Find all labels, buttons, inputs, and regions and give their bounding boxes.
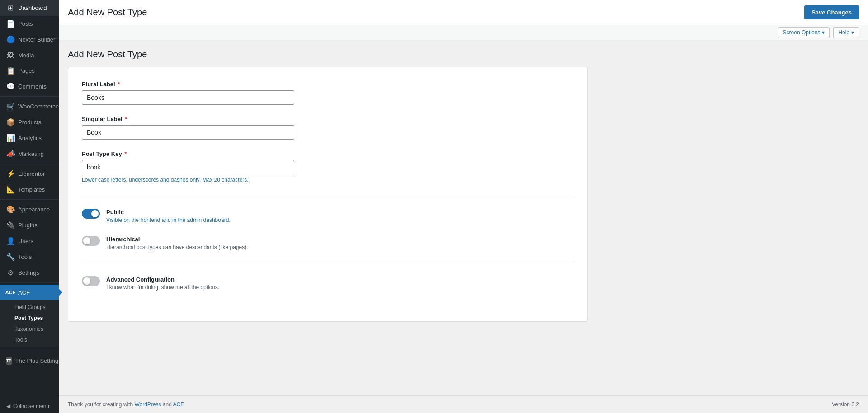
wordpress-link[interactable]: WordPress bbox=[134, 401, 161, 408]
advanced-toggle-label: Advanced Configuration bbox=[106, 276, 574, 283]
footer-text: Thank you for creating with WordPress an… bbox=[68, 401, 185, 408]
sidebar-item-label: WooCommerce bbox=[18, 103, 59, 110]
acf-submenu-tools[interactable]: Tools bbox=[0, 334, 59, 345]
hierarchical-track bbox=[82, 236, 100, 246]
sidebar-item-templates[interactable]: 📐 Templates bbox=[0, 182, 59, 197]
sidebar-item-label: ACF bbox=[18, 289, 30, 296]
sidebar-item-users[interactable]: 👤 Users bbox=[0, 233, 59, 249]
sidebar-item-label: Settings bbox=[18, 269, 39, 276]
public-toggle[interactable] bbox=[82, 209, 100, 219]
hierarchical-toggle[interactable] bbox=[82, 236, 100, 246]
sidebar-item-plus-settings[interactable]: TP The Plus Settings bbox=[0, 353, 59, 368]
public-toggle-info: Public Visible on the frontend and in th… bbox=[106, 209, 574, 223]
topbar: Add New Post Type Save Changes bbox=[59, 0, 868, 25]
sidebar-item-label: Posts bbox=[18, 20, 33, 27]
post-type-key-label: Post Type Key * bbox=[82, 150, 574, 157]
help-button[interactable]: Help ▾ bbox=[833, 27, 859, 38]
singular-label-label: Singular Label * bbox=[82, 116, 574, 122]
tools-icon: 🔧 bbox=[6, 253, 14, 261]
post-type-key-group: Post Type Key * Lower case letters, unde… bbox=[82, 150, 574, 183]
advanced-thumb bbox=[83, 277, 90, 285]
singular-label-required: * bbox=[125, 116, 127, 122]
sidebar-item-settings[interactable]: ⚙ Settings bbox=[0, 265, 59, 281]
collapse-icon: ◀ bbox=[6, 403, 10, 409]
sidebar-divider-3 bbox=[0, 199, 59, 200]
advanced-toggle-row: Advanced Configuration I know what I'm d… bbox=[82, 276, 574, 291]
sidebar-divider-2 bbox=[0, 164, 59, 164]
sidebar-divider-4 bbox=[0, 282, 59, 283]
post-type-key-input[interactable] bbox=[82, 160, 294, 174]
sidebar-item-label: Products bbox=[18, 119, 41, 126]
sidebar-item-label: Users bbox=[18, 238, 33, 244]
advanced-toggle[interactable] bbox=[82, 276, 100, 286]
save-changes-button[interactable]: Save Changes bbox=[804, 5, 859, 19]
content-heading: Add New Post Type bbox=[68, 49, 859, 60]
media-icon: 🖼 bbox=[6, 51, 14, 59]
sidebar-item-marketing[interactable]: 📣 Marketing bbox=[0, 146, 59, 162]
post-type-key-required: * bbox=[124, 150, 127, 157]
plural-label-input[interactable] bbox=[82, 90, 294, 105]
help-label: Help bbox=[838, 29, 849, 36]
sidebar-item-products[interactable]: 📦 Products bbox=[0, 114, 59, 130]
sidebar-divider-1 bbox=[0, 96, 59, 97]
form-divider-1 bbox=[82, 196, 574, 196]
sidebar-item-posts[interactable]: 📄 Posts bbox=[0, 16, 59, 32]
sidebar-item-tools[interactable]: 🔧 Tools bbox=[0, 249, 59, 265]
sidebar-item-acf[interactable]: ACF ACF bbox=[0, 285, 59, 300]
sidebar: ⊞ Dashboard 📄 Posts 🔵 Nexter Builder 🖼 M… bbox=[0, 0, 59, 413]
settings-icon: ⚙ bbox=[6, 268, 14, 277]
footer-and: and bbox=[161, 401, 173, 408]
acf-icon: ACF bbox=[6, 288, 14, 296]
acf-link[interactable]: ACF bbox=[173, 401, 184, 408]
acf-submenu-taxonomies[interactable]: Taxonomies bbox=[0, 324, 59, 334]
screen-options-bar: Screen Options ▾ Help ▾ bbox=[59, 25, 868, 40]
sidebar-item-comments[interactable]: 💬 Comments bbox=[0, 79, 59, 94]
sidebar-item-dashboard[interactable]: ⊞ Dashboard bbox=[0, 0, 59, 16]
post-type-key-hint: Lower case letters, underscores and dash… bbox=[82, 177, 574, 183]
sidebar-item-label: Appearance bbox=[18, 206, 50, 213]
singular-label-input[interactable] bbox=[82, 125, 294, 140]
sidebar-item-analytics[interactable]: 📊 Analytics bbox=[0, 130, 59, 146]
sidebar-item-nexter-builder[interactable]: 🔵 Nexter Builder bbox=[0, 32, 59, 47]
sidebar-item-label: Comments bbox=[18, 83, 47, 90]
screen-options-chevron-icon: ▾ bbox=[822, 29, 825, 36]
sidebar-item-label: Analytics bbox=[18, 135, 42, 141]
analytics-icon: 📊 bbox=[6, 134, 14, 142]
sidebar-item-appearance[interactable]: 🎨 Appearance bbox=[0, 202, 59, 217]
sidebar-item-label: Pages bbox=[18, 67, 35, 74]
screen-options-button[interactable]: Screen Options ▾ bbox=[778, 27, 830, 38]
sidebar-divider-5 bbox=[0, 349, 59, 349]
sidebar-item-pages[interactable]: 📋 Pages bbox=[0, 63, 59, 79]
hierarchical-toggle-row: Hierarchical Hierarchical post types can… bbox=[82, 236, 574, 250]
users-icon: 👤 bbox=[6, 237, 14, 245]
sidebar-item-label: Nexter Builder bbox=[18, 36, 55, 43]
main-content: Add New Post Type Save Changes Screen Op… bbox=[59, 0, 868, 413]
pages-icon: 📋 bbox=[6, 66, 14, 75]
hierarchical-toggle-label: Hierarchical bbox=[106, 236, 574, 243]
page-title: Add New Post Type bbox=[68, 7, 147, 18]
footer-period: . bbox=[183, 401, 184, 408]
sidebar-item-woocommerce[interactable]: 🛒 WooCommerce bbox=[0, 99, 59, 114]
sidebar-item-label: Elementor bbox=[18, 170, 45, 177]
acf-submenu-field-groups[interactable]: Field Groups bbox=[0, 302, 59, 313]
posts-icon: 📄 bbox=[6, 19, 14, 28]
sidebar-item-plugins[interactable]: 🔌 Plugins bbox=[0, 217, 59, 233]
acf-submenu-post-types[interactable]: Post Types bbox=[0, 313, 59, 324]
plus-settings-icon: TP bbox=[6, 357, 12, 365]
public-toggle-label: Public bbox=[106, 209, 574, 216]
hierarchical-toggle-desc: Hierarchical post types can have descend… bbox=[106, 244, 574, 250]
footer-thank-you: Thank you for creating with bbox=[68, 401, 134, 408]
sidebar-item-label: Plugins bbox=[18, 222, 38, 229]
content-area: Add New Post Type Plural Label * Singula… bbox=[59, 40, 868, 395]
plural-label-label: Plural Label * bbox=[82, 81, 574, 88]
sidebar-item-media[interactable]: 🖼 Media bbox=[0, 47, 59, 63]
sidebar-item-elementor[interactable]: ⚡ Elementor bbox=[0, 166, 59, 182]
plural-label-required: * bbox=[118, 81, 120, 88]
sidebar-item-label: Templates bbox=[18, 186, 45, 193]
nexter-builder-icon: 🔵 bbox=[6, 35, 14, 44]
public-thumb bbox=[91, 210, 99, 217]
hierarchical-thumb bbox=[83, 237, 90, 244]
appearance-icon: 🎨 bbox=[6, 205, 14, 214]
hierarchical-toggle-info: Hierarchical Hierarchical post types can… bbox=[106, 236, 574, 250]
collapse-menu-button[interactable]: ◀ Collapse menu bbox=[0, 399, 59, 413]
